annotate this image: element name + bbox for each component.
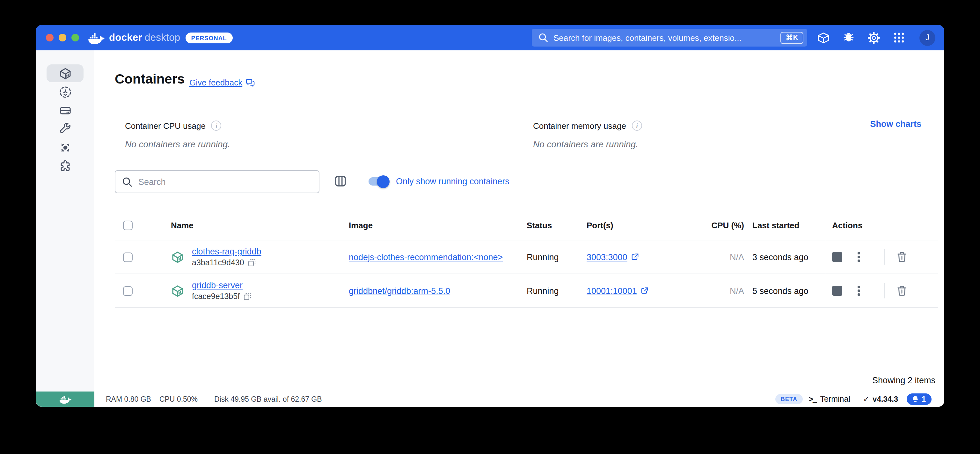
- sidebar-item-extensions[interactable]: [46, 157, 84, 175]
- troubleshoot-button[interactable]: [842, 31, 855, 44]
- container-id: a3ba11c9d430: [192, 258, 244, 267]
- memory-usage-status: No containers are running.: [533, 139, 638, 149]
- title-bar: dockerdesktop PERSONAL ⌘K: [36, 25, 944, 50]
- container-cube-icon: [171, 284, 184, 298]
- cpu-cell: N/A: [730, 286, 744, 296]
- update-check-icon: ✓: [863, 395, 869, 404]
- desktop-background: dockerdesktop PERSONAL ⌘K: [0, 0, 980, 454]
- delete-container-button[interactable]: [896, 251, 907, 263]
- zoom-window-button[interactable]: [72, 34, 79, 41]
- row-more-actions-button[interactable]: [858, 286, 860, 296]
- notifications-button[interactable]: 1: [906, 393, 932, 405]
- cpu-info-icon[interactable]: i: [212, 121, 221, 131]
- cpu-usage: CPU 0.50%: [159, 395, 198, 403]
- sidebar-item-docker-scout[interactable]: [46, 139, 84, 156]
- ram-usage: RAM 0.80 GB: [106, 395, 151, 403]
- engine-status-button[interactable]: [36, 392, 94, 407]
- container-search-input[interactable]: [138, 177, 312, 186]
- volumes-icon: [58, 104, 72, 117]
- docker-logo: dockerdesktop: [88, 32, 180, 44]
- last-started-cell: 5 seconds ago: [744, 286, 826, 296]
- window-body: Containers Give feedback Container CPU u…: [36, 50, 944, 392]
- toggle-knob: [377, 175, 390, 188]
- docker-whale-icon: [59, 395, 71, 404]
- stop-container-button[interactable]: [832, 252, 842, 262]
- container-search[interactable]: [115, 170, 320, 193]
- learning-center-button[interactable]: [817, 31, 830, 44]
- copy-id-button[interactable]: [248, 259, 256, 266]
- running-only-toggle[interactable]: [369, 177, 388, 186]
- copy-id-button[interactable]: [243, 293, 251, 300]
- show-charts-button[interactable]: Show charts: [870, 119, 921, 129]
- header-actions: Actions: [826, 220, 938, 230]
- search-shortcut-hint: ⌘K: [780, 32, 803, 44]
- status-cell: Running: [527, 286, 587, 296]
- select-all-checkbox[interactable]: [123, 220, 133, 230]
- row-more-actions-button[interactable]: [858, 252, 860, 262]
- status-bar: RAM 0.80 GB CPU 0.50% Disk 49.95 GB avai…: [36, 392, 944, 407]
- copy-icon: [248, 259, 256, 266]
- gear-icon: [867, 31, 881, 44]
- delete-container-button[interactable]: [896, 285, 907, 296]
- container-cube-icon: [171, 250, 184, 264]
- table-row: griddb-server fcace9e13b5f: [115, 274, 938, 308]
- global-search[interactable]: ⌘K: [532, 29, 807, 46]
- stop-container-button[interactable]: [832, 286, 842, 296]
- more-menu-button[interactable]: [892, 31, 905, 44]
- minimize-window-button[interactable]: [59, 34, 66, 41]
- image-link[interactable]: nodejs-clothes-recommendation:<none>: [349, 252, 503, 262]
- row-checkbox[interactable]: [123, 286, 133, 296]
- container-name-link[interactable]: griddb-server: [192, 280, 251, 290]
- sidebar-item-builds[interactable]: [46, 120, 84, 138]
- port-link[interactable]: 3003:3000: [587, 252, 627, 262]
- terminal-icon: >_: [809, 395, 816, 404]
- port-link[interactable]: 10001:10001: [587, 286, 637, 296]
- actions-column-divider: [826, 210, 826, 363]
- header-name: Name: [171, 220, 349, 230]
- images-icon: [58, 85, 72, 99]
- settings-button[interactable]: [867, 31, 881, 44]
- header-ports: Port(s): [587, 220, 686, 230]
- running-only-toggle-label[interactable]: Only show running containers: [396, 177, 509, 186]
- memory-info-icon[interactable]: i: [632, 121, 642, 131]
- scout-icon: [58, 140, 72, 154]
- close-window-button[interactable]: [46, 34, 54, 41]
- memory-usage-label: Container memory usage i: [533, 121, 642, 131]
- window-controls: [46, 34, 79, 41]
- status-cell: Running: [527, 252, 587, 262]
- container-name-link[interactable]: clothes-rag-griddb: [192, 247, 261, 256]
- bell-icon: [912, 395, 918, 403]
- container-id: fcace9e13b5f: [192, 292, 240, 301]
- give-feedback-link[interactable]: Give feedback: [189, 78, 255, 88]
- terminal-button[interactable]: >_ Terminal: [809, 395, 850, 404]
- sidebar: [36, 50, 94, 392]
- learning-center-icon: [817, 31, 830, 44]
- containers-icon: [58, 67, 72, 80]
- column-settings-button[interactable]: [334, 174, 347, 188]
- global-search-input[interactable]: [554, 33, 775, 42]
- items-count-summary: Showing 2 items: [872, 376, 935, 385]
- header-cpu: CPU (%): [711, 220, 744, 230]
- row-checkbox[interactable]: [123, 252, 133, 262]
- columns-icon: [334, 174, 347, 188]
- sidebar-item-images[interactable]: [46, 83, 84, 101]
- beta-badge: BETA: [776, 394, 802, 404]
- image-link[interactable]: griddbnet/griddb:arm-5.5.0: [349, 286, 450, 296]
- search-icon: [538, 32, 548, 43]
- resource-stats: RAM 0.80 GB CPU 0.50% Disk 49.95 GB avai…: [106, 395, 322, 403]
- cpu-usage-status: No containers are running.: [125, 139, 230, 149]
- plan-badge: PERSONAL: [185, 32, 232, 43]
- builds-icon: [58, 122, 72, 135]
- version-status: ✓ v4.34.3: [863, 395, 898, 404]
- cpu-usage-label: Container CPU usage i: [125, 121, 221, 131]
- disk-usage: Disk 49.95 GB avail. of 62.67 GB: [214, 395, 322, 403]
- avatar[interactable]: J: [920, 30, 935, 46]
- app-title: dockerdesktop: [109, 32, 180, 43]
- titlebar-actions: J: [817, 30, 935, 46]
- actions-divider: [884, 283, 885, 298]
- statusbar-right: BETA >_ Terminal ✓ v4.34.3 1: [776, 393, 932, 405]
- sidebar-item-containers[interactable]: [46, 64, 84, 82]
- docker-whale-icon: [88, 32, 105, 44]
- trash-icon: [896, 285, 907, 296]
- sidebar-item-volumes[interactable]: [46, 101, 84, 119]
